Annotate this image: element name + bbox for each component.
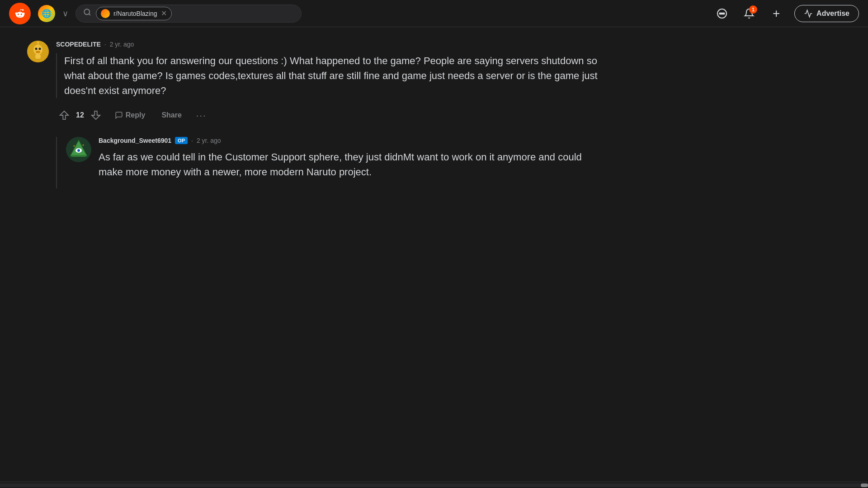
header: 🌐 chevron down ∨ r/NarutoBlazing ✕ bbox=[0, 0, 868, 27]
scrollbar-track bbox=[0, 483, 868, 487]
vote-area-scopedelite: 12 bbox=[56, 107, 104, 123]
reply-label-scopedelite: Reply bbox=[126, 111, 146, 119]
search-tag-avatar bbox=[101, 9, 110, 18]
reply-button-scopedelite[interactable]: Reply bbox=[109, 108, 151, 122]
svg-point-10 bbox=[39, 48, 41, 50]
more-button-scopedelite[interactable]: ··· bbox=[193, 108, 210, 123]
downvote-button-scopedelite[interactable] bbox=[88, 107, 104, 123]
search-tag-close-icon[interactable]: ✕ bbox=[161, 10, 167, 17]
comment-actions-scopedelite: 12 Reply Share bbox=[56, 107, 606, 123]
comment-scopedelite: SCOPEDELITE · 2 yr. ago First of all tha… bbox=[27, 41, 606, 123]
advertise-button[interactable]: Advertise bbox=[794, 5, 859, 22]
comment-text-scopedelite: First of all thank you for answering our… bbox=[56, 53, 606, 98]
comment-header-background-sweet: Background_Sweet6901 OP · 2 yr. ago bbox=[99, 137, 606, 144]
main-content: SCOPEDELITE · 2 yr. ago First of all tha… bbox=[0, 27, 633, 216]
comment-background-sweet: Background_Sweet6901 OP · 2 yr. ago As f… bbox=[66, 137, 606, 188]
search-icon bbox=[83, 8, 91, 19]
comment-text-background-sweet: As far as we could tell in the Customer … bbox=[99, 150, 606, 179]
svg-point-20 bbox=[78, 150, 80, 151]
reddit-logo[interactable] bbox=[9, 3, 31, 24]
svg-point-22 bbox=[83, 145, 84, 146]
comment-avatar-scopedelite bbox=[27, 41, 49, 62]
comment-time-background-sweet: 2 yr. ago bbox=[197, 137, 221, 144]
add-button[interactable]: + bbox=[767, 5, 785, 23]
svg-point-4 bbox=[720, 13, 721, 14]
subreddit-dropdown[interactable]: chevron down ∨ bbox=[62, 9, 68, 19]
svg-point-11 bbox=[36, 51, 40, 53]
comment-author-background-sweet: Background_Sweet6901 bbox=[99, 137, 171, 144]
comment-nested-background-sweet: Background_Sweet6901 OP · 2 yr. ago As f… bbox=[56, 137, 606, 188]
svg-point-6 bbox=[723, 13, 725, 14]
svg-point-9 bbox=[35, 48, 38, 50]
svg-line-2 bbox=[89, 14, 90, 15]
op-badge: OP bbox=[175, 137, 188, 144]
svg-point-21 bbox=[74, 145, 75, 147]
comment-avatar-background-sweet bbox=[66, 137, 91, 162]
advertise-label: Advertise bbox=[816, 9, 849, 18]
search-bar[interactable]: r/NarutoBlazing ✕ bbox=[75, 5, 302, 23]
scrollbar-area[interactable] bbox=[0, 482, 868, 488]
header-actions: 1 + Advertise bbox=[713, 5, 859, 23]
vote-count-scopedelite: 12 bbox=[76, 111, 84, 119]
share-label-scopedelite: Share bbox=[161, 111, 181, 119]
comment-body-background-sweet: Background_Sweet6901 OP · 2 yr. ago As f… bbox=[99, 137, 606, 188]
svg-point-1 bbox=[84, 9, 90, 14]
share-button-scopedelite[interactable]: Share bbox=[156, 108, 187, 122]
comment-author-scopedelite: SCOPEDELITE bbox=[56, 41, 101, 48]
user-avatar[interactable]: 🌐 bbox=[38, 5, 55, 22]
svg-rect-12 bbox=[35, 54, 41, 59]
upvote-button-scopedelite[interactable] bbox=[56, 107, 72, 123]
notification-badge: 1 bbox=[749, 5, 757, 14]
search-tag[interactable]: r/NarutoBlazing ✕ bbox=[96, 7, 172, 20]
svg-point-14 bbox=[37, 42, 39, 43]
search-tag-label: r/NarutoBlazing bbox=[113, 10, 157, 17]
comment-time-scopedelite: 2 yr. ago bbox=[110, 41, 134, 48]
chat-button[interactable] bbox=[713, 5, 731, 23]
comment-header-scopedelite: SCOPEDELITE · 2 yr. ago bbox=[56, 41, 606, 48]
comment-body-scopedelite: SCOPEDELITE · 2 yr. ago First of all tha… bbox=[56, 41, 606, 123]
scrollbar-thumb[interactable] bbox=[861, 483, 868, 487]
svg-point-8 bbox=[33, 45, 42, 55]
notifications-button[interactable]: 1 bbox=[740, 5, 758, 23]
svg-point-5 bbox=[722, 13, 723, 14]
svg-rect-23 bbox=[71, 155, 86, 157]
